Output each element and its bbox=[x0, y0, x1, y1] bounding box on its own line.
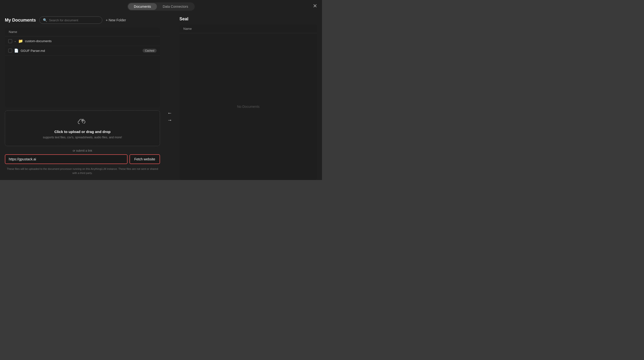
upload-area[interactable]: Click to upload or drag and drop support… bbox=[5, 110, 160, 146]
upload-title: Click to upload or drag and drop bbox=[54, 130, 110, 134]
url-input[interactable] bbox=[5, 154, 128, 164]
transfer-arrows: ← → bbox=[160, 53, 180, 180]
left-panel-header: My Documents 🔍 + New Folder bbox=[5, 16, 160, 24]
my-documents-title: My Documents bbox=[5, 18, 36, 23]
file-checkbox[interactable] bbox=[8, 49, 12, 52]
file-row[interactable]: 📄 GGUF Parser.md Cached bbox=[5, 46, 160, 55]
tab-data-connectors[interactable]: Data Connectors bbox=[157, 3, 194, 10]
left-arrow-icon: ← bbox=[167, 110, 172, 116]
upload-subtitle: supports text files, csv's, spreadsheets… bbox=[43, 136, 122, 139]
file-name: GGUF Parser.md bbox=[20, 49, 141, 52]
disclaimer-text: These files will be uploaded to the docu… bbox=[5, 167, 160, 175]
file-icon: 📄 bbox=[14, 48, 19, 53]
close-button[interactable]: ✕ bbox=[313, 3, 317, 9]
file-list-header: Name bbox=[5, 28, 160, 36]
file-list-container: Name ⌄ 📁 custom-documents 📄 GGUF Parser.… bbox=[5, 28, 160, 108]
tab-bar: Documents Data Connectors bbox=[127, 2, 195, 11]
search-box[interactable]: 🔍 bbox=[39, 16, 102, 24]
workspace-list-header: Name bbox=[180, 24, 317, 33]
left-panel: My Documents 🔍 + New Folder Name ⌄ 📁 cus… bbox=[5, 16, 160, 180]
folder-checkbox[interactable] bbox=[8, 39, 12, 43]
workspace-title: Seal bbox=[180, 16, 317, 21]
cached-badge: Cached bbox=[142, 49, 157, 52]
search-input[interactable] bbox=[49, 18, 99, 22]
right-panel: Seal Name No Documents bbox=[180, 16, 317, 180]
url-section: or submit a link Fetch website bbox=[5, 149, 160, 164]
modal-overlay: Documents Data Connectors ✕ My Documents… bbox=[0, 0, 322, 180]
or-submit-label: or submit a link bbox=[73, 149, 92, 152]
folder-row[interactable]: ⌄ 📁 custom-documents bbox=[5, 36, 160, 46]
content-area: My Documents 🔍 + New Folder Name ⌄ 📁 cus… bbox=[0, 16, 322, 180]
right-arrow-icon: → bbox=[167, 117, 172, 123]
fetch-website-button[interactable]: Fetch website bbox=[130, 154, 160, 164]
new-folder-button[interactable]: + New Folder bbox=[106, 18, 126, 22]
url-row: Fetch website bbox=[5, 154, 160, 164]
upload-icon bbox=[78, 117, 87, 128]
no-documents-label: No Documents bbox=[180, 33, 317, 180]
search-icon: 🔍 bbox=[43, 18, 47, 22]
folder-name: custom-documents bbox=[25, 39, 157, 43]
workspace-list-container: Name No Documents bbox=[180, 24, 317, 180]
chevron-down-icon: ⌄ bbox=[14, 39, 16, 43]
tab-documents[interactable]: Documents bbox=[128, 3, 157, 10]
folder-icon: 📁 bbox=[18, 39, 23, 43]
